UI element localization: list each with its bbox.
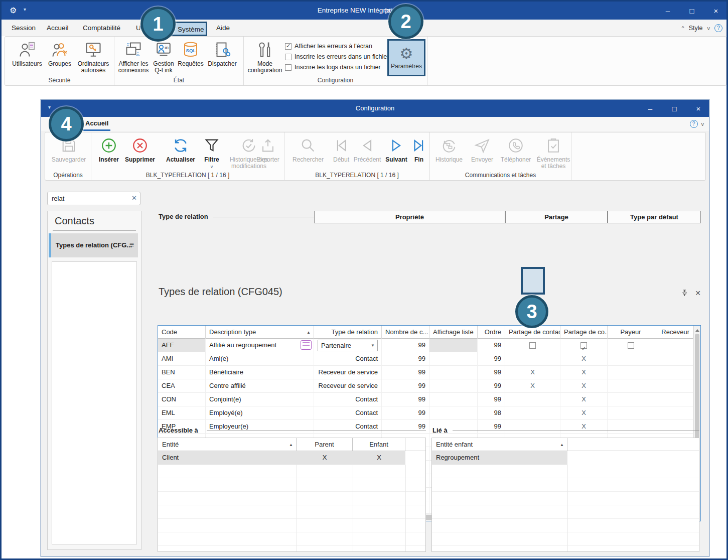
cell-affichage[interactable] (429, 352, 478, 366)
col-type-relation[interactable]: Type de relation (314, 326, 382, 339)
envoyer-button[interactable]: Envoyer (468, 135, 496, 163)
minimize-button[interactable]: – (662, 7, 673, 15)
tab-accueil[interactable]: Accueil (42, 20, 74, 36)
cell-receveur[interactable] (654, 366, 693, 379)
vertical-scroll-thumb[interactable] (695, 334, 699, 440)
sidebar-item-types-de-relation[interactable]: Types de relation (CFG... ≡ (49, 233, 138, 257)
cell-code[interactable]: AMI (158, 352, 206, 366)
checkbox-icon[interactable] (285, 64, 292, 71)
cfg-help-icon[interactable]: ? (690, 120, 698, 128)
cell-description[interactable]: Centre affilié (206, 379, 314, 393)
tab-aide[interactable]: Aide (211, 20, 235, 36)
cell-code[interactable]: EML (158, 406, 206, 420)
cell-description[interactable]: Conjoint(e) (206, 393, 314, 406)
groupes-button[interactable]: Groupes (46, 40, 73, 67)
fin-button[interactable]: Fin (410, 135, 428, 163)
cell-code[interactable]: CON (158, 393, 206, 406)
cell-partage-co[interactable]: X (560, 393, 608, 406)
cell-enfant[interactable]: X (353, 451, 405, 465)
cell-partage-co[interactable]: X (560, 420, 608, 434)
cell-description[interactable]: Ami(e) (206, 352, 314, 366)
checkbox-checked-icon[interactable] (580, 342, 587, 349)
grid-row[interactable]: EMP Employeur(e) Contact 99 99 X (158, 420, 693, 434)
col-nombre[interactable]: Nombre de c... (382, 326, 429, 339)
col-partage-co[interactable]: Partage de co... (560, 326, 608, 339)
cell-partage-contact[interactable] (505, 393, 560, 406)
cell-description[interactable]: Affilié au regroupement (206, 339, 314, 352)
cell-nombre[interactable]: 99 (382, 339, 429, 352)
cell-nombre[interactable]: 99 (382, 352, 429, 366)
col-parent[interactable]: Parent (297, 438, 353, 451)
cell-payeur[interactable] (608, 406, 654, 420)
cell-type[interactable]: Contact (314, 420, 382, 434)
collapse-ribbon-icon[interactable]: ^ (682, 25, 684, 31)
cell-type-dropdown[interactable]: Partenaire▼ (314, 339, 382, 352)
cell-receveur[interactable] (654, 406, 693, 420)
pin-icon[interactable] (681, 290, 688, 297)
col-code[interactable]: Code (158, 326, 206, 339)
cell-receveur[interactable] (654, 393, 693, 406)
cell-entite[interactable]: Client (158, 451, 297, 465)
cell-partage-contact[interactable]: X (505, 379, 560, 393)
search-input[interactable] (52, 193, 127, 204)
comment-icon[interactable] (301, 340, 312, 350)
check-inscrire-erreurs[interactable]: Inscrire les erreurs dans un fichier (285, 53, 389, 60)
cfg-maximize-button[interactable]: □ (669, 104, 680, 113)
requetes-button[interactable]: SQL Requêtes (178, 40, 204, 67)
cell-payeur[interactable] (608, 366, 654, 379)
check-afficher-erreurs[interactable]: Afficher les erreurs à l'écran (285, 43, 372, 50)
cell-partage-contact[interactable] (505, 406, 560, 420)
cell-affichage[interactable] (429, 393, 478, 406)
cfg-ribbon-chevron-icon[interactable]: v (701, 121, 704, 127)
grid-row[interactable]: CEA Centre affilié Receveur de service 9… (158, 379, 693, 393)
cell-entite-enfant[interactable]: Regroupement (432, 451, 567, 465)
accessible-row-client[interactable]: Client X X (158, 451, 425, 465)
scroll-up-icon[interactable] (695, 327, 699, 332)
cell-receveur[interactable] (654, 339, 693, 352)
filtre-dropdown-icon[interactable]: v (211, 164, 213, 169)
cell-code[interactable]: BEN (158, 366, 206, 379)
cell-ordre[interactable]: 99 (478, 420, 505, 434)
utilisateurs-button[interactable]: Utilisateurs (9, 40, 45, 67)
grid-row[interactable]: EML Employé(e) Contact 99 98 X (158, 406, 693, 420)
cfg-minimize-button[interactable]: – (645, 104, 656, 113)
cell-description[interactable]: Bénéficiaire (206, 366, 314, 379)
inserer-button[interactable]: Insérer (95, 135, 122, 163)
sidebar-search[interactable]: ✕ (47, 192, 140, 205)
col-ordre[interactable]: Ordre (478, 326, 505, 339)
cell-partage-contact[interactable] (505, 339, 560, 352)
cell-payeur[interactable] (608, 379, 654, 393)
cell-ordre[interactable]: 99 (478, 352, 505, 366)
ordinateurs-autorises-button[interactable]: Ordinateurs autorisés (74, 40, 112, 74)
cell-ordre[interactable]: 99 (478, 366, 505, 379)
checkbox-icon[interactable] (285, 54, 292, 60)
mode-configuration-button[interactable]: Mode configuration (246, 40, 284, 74)
cell-nombre[interactable]: 99 (382, 379, 429, 393)
cell-nombre[interactable]: 99 (382, 406, 429, 420)
actualiser-button[interactable]: Actualiser (163, 135, 199, 163)
col-entite[interactable]: Entité▲ (158, 438, 297, 451)
cell-type[interactable]: Contact (314, 352, 382, 366)
dispatcher-button[interactable]: Dispatcher (206, 40, 239, 67)
panel-close-icon[interactable]: ✕ (695, 289, 701, 297)
cell-ordre[interactable]: 99 (478, 339, 505, 352)
telephoner-button[interactable]: Téléphoner (497, 135, 534, 163)
cell-type[interactable]: Contact (314, 393, 382, 406)
cell-code[interactable]: AFF (158, 339, 206, 352)
cfg-tab-accueil[interactable]: Accueil (83, 117, 110, 131)
cell-payeur[interactable] (608, 393, 654, 406)
cell-partage-co[interactable]: X (560, 406, 608, 420)
clear-search-icon[interactable]: ✕ (131, 194, 137, 202)
grid-row[interactable]: BEN Bénéficiaire Receveur de service 99 … (158, 366, 693, 379)
maximize-button[interactable]: □ (686, 7, 697, 15)
cell-partage-contact[interactable]: X (505, 366, 560, 379)
cell-receveur[interactable] (654, 352, 693, 366)
cell-affichage[interactable] (429, 339, 478, 352)
col-enfant[interactable]: Enfant (353, 438, 405, 451)
exporter-button[interactable]: Exporter (253, 135, 283, 163)
cell-nombre[interactable]: 99 (382, 366, 429, 379)
cell-nombre[interactable]: 99 (382, 393, 429, 406)
cell-partage-co[interactable]: X (560, 352, 608, 366)
cell-affichage[interactable] (429, 406, 478, 420)
help-icon[interactable]: ? (714, 24, 722, 32)
